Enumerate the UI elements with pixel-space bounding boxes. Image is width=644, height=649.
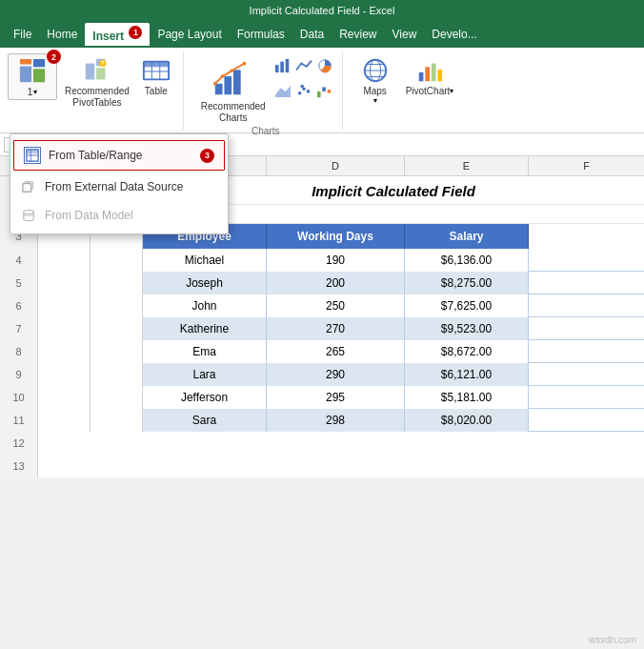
row-7: 7 Katherine 270 $9,523.00 (0, 317, 644, 340)
table-header-salary[interactable]: Salary (405, 224, 529, 249)
row-num-8: 8 (0, 340, 38, 363)
row-6: 6 John 250 $7,625.00 (0, 294, 644, 317)
line-chart-button[interactable] (294, 57, 313, 78)
cell-john[interactable]: John (143, 294, 267, 317)
from-data-model-label: From Data Model (45, 209, 133, 222)
cell-lara-salary[interactable]: $6,121.00 (405, 363, 529, 386)
cell-jefferson-salary[interactable]: $5,181.00 (405, 386, 529, 409)
from-table-range-item[interactable]: From Table/Range 3 (13, 140, 225, 171)
menu-data[interactable]: Data (292, 25, 332, 44)
svg-point-25 (297, 91, 301, 95)
cell-lara[interactable]: Lara (143, 363, 267, 386)
svg-point-17 (213, 82, 217, 86)
title-text: Implicit Calculated Field - Excel (250, 5, 395, 16)
cell-katherine-days[interactable]: 270 (267, 317, 405, 340)
menu-insert[interactable]: Insert 1 (85, 23, 150, 46)
ribbon-group-tables: 1 ▾ 2 ? RecommendedPivotTables (8, 51, 184, 130)
maps-icon (360, 55, 391, 86)
cell-michael-salary[interactable]: $6,136.00 (405, 249, 529, 272)
col-header-D[interactable]: D (267, 156, 405, 175)
row-13: 13 (0, 455, 644, 477)
bar-chart-button[interactable] (273, 57, 292, 78)
cell-katherine[interactable]: Katherine (143, 317, 267, 340)
maps-label: Maps (363, 86, 386, 96)
row-num-10: 10 (0, 386, 38, 409)
table-header-workingdays[interactable]: Working Days (267, 224, 405, 249)
menu-view[interactable]: View (385, 25, 425, 44)
pivot-table-icon (17, 56, 48, 87)
svg-rect-22 (280, 62, 284, 73)
cell-john-salary[interactable]: $7,625.00 (405, 294, 529, 317)
recommended-charts-button[interactable]: RecommendedCharts (197, 53, 270, 126)
svg-rect-6 (96, 68, 105, 79)
waterfall-chart-button[interactable] (315, 82, 334, 103)
pivot-table-badge: 2 (47, 50, 61, 64)
row-num-11: 11 (0, 409, 38, 432)
table-label: Table (145, 86, 168, 96)
cell-sara-salary[interactable]: $8,020.00 (405, 409, 529, 432)
cell-ema-salary[interactable]: $8,672.00 (405, 340, 529, 363)
area-chart-button[interactable] (273, 82, 292, 103)
menu-page-layout[interactable]: Page Layout (150, 25, 229, 44)
pivot-chart-button[interactable]: PivotChart ▾ (402, 53, 458, 98)
col-header-F[interactable]: F (529, 156, 644, 175)
cell-joseph[interactable]: Joseph (143, 272, 267, 294)
cell-michael-days[interactable]: 190 (267, 249, 405, 272)
row-num-13: 13 (0, 455, 38, 477)
from-data-model-item[interactable]: From Data Model (10, 201, 228, 230)
cell-jefferson-days[interactable]: 295 (267, 386, 405, 409)
from-table-range-label: From Table/Range (49, 149, 143, 162)
row-num-9: 9 (0, 363, 38, 386)
cell-lara-days[interactable]: 290 (267, 363, 405, 386)
svg-rect-40 (437, 70, 442, 81)
from-external-data-item[interactable]: From External Data Source (10, 172, 228, 201)
ribbon-group-charts: RecommendedCharts (190, 51, 343, 130)
pie-chart-button[interactable] (315, 57, 334, 78)
menu-formulas[interactable]: Formulas (230, 25, 292, 44)
menu-develop[interactable]: Develo... (424, 25, 484, 44)
col-header-E[interactable]: E (405, 156, 529, 175)
recommended-pivot-button[interactable]: ? RecommendedPivotTables (61, 53, 133, 111)
recommended-charts-icon (211, 55, 256, 101)
svg-rect-30 (322, 87, 326, 91)
cell-michael[interactable]: Michael (143, 249, 267, 272)
scatter-chart-button[interactable] (294, 82, 313, 103)
cell-jefferson[interactable]: Jefferson (143, 386, 267, 409)
cell-katherine-salary[interactable]: $9,523.00 (405, 317, 529, 340)
pivot-table-button[interactable]: 1 ▾ 2 (8, 53, 57, 100)
maps-button[interactable]: Maps ▾ (356, 53, 394, 107)
from-external-label: From External Data Source (45, 180, 183, 193)
cell-ema-days[interactable]: 265 (267, 340, 405, 363)
svg-rect-29 (317, 91, 321, 97)
svg-rect-4 (86, 64, 94, 80)
watermark: wsxdn.com (589, 635, 636, 645)
cell-sara-days[interactable]: 298 (267, 409, 405, 432)
cell-ema[interactable]: Ema (143, 340, 267, 363)
menu-home[interactable]: Home (39, 25, 85, 44)
svg-rect-1 (33, 59, 45, 67)
title-bar: Implicit Calculated Field - Excel (0, 0, 644, 21)
svg-point-28 (300, 85, 304, 89)
menu-review[interactable]: Review (332, 25, 384, 44)
row-num-7: 7 (0, 317, 38, 340)
cell-john-days[interactable]: 250 (267, 294, 405, 317)
insert-badge: 1 (129, 26, 142, 39)
ribbon: 1 ▾ 2 ? RecommendedPivotTables (0, 48, 644, 133)
svg-rect-14 (215, 84, 223, 95)
svg-rect-37 (419, 72, 424, 81)
cell-joseph-days[interactable]: 200 (267, 272, 405, 294)
svg-rect-31 (327, 90, 331, 93)
row-8: 8 Ema 265 $8,672.00 (0, 340, 644, 363)
recommended-pivot-icon: ? (82, 55, 112, 86)
row-4: 4 Michael 190 $6,136.00 (0, 249, 644, 272)
svg-point-18 (220, 74, 224, 78)
cell-joseph-salary[interactable]: $8,275.00 (405, 272, 529, 294)
menu-file[interactable]: File (6, 25, 39, 44)
table-button[interactable]: Table (137, 53, 175, 98)
row-num-6: 6 (0, 294, 38, 317)
cell-sara[interactable]: Sara (143, 409, 267, 432)
svg-rect-39 (432, 64, 436, 82)
from-table-range-badge: 3 (200, 149, 214, 163)
table-icon (141, 55, 171, 86)
row-11: 11 Sara 298 $8,020.00 (0, 409, 644, 432)
